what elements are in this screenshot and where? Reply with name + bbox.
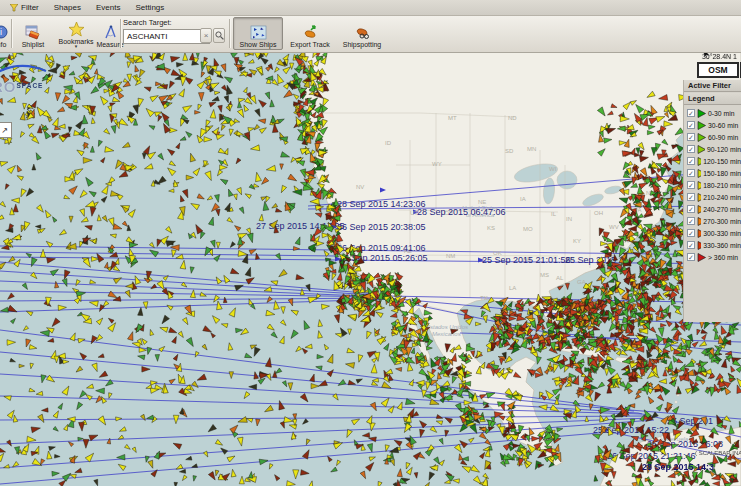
legend-item[interactable]: ✓0-30 min (684, 107, 741, 119)
island-dot (667, 367, 670, 370)
legend-checkbox[interactable]: ✓ (687, 217, 695, 225)
geo-label: VA (621, 238, 629, 244)
island (646, 362, 653, 365)
track-timestamp: 27 Sep 2015 14:17:05 (256, 221, 345, 231)
island-dot (671, 373, 674, 376)
legend-item-label: > 360 min (708, 254, 738, 261)
geo-label: PA (634, 207, 642, 213)
track-timestamp: 26 Sep 2015 21:21:46 (607, 451, 696, 461)
north-east-arrow-icon: ↗ (1, 126, 8, 135)
legend-item[interactable]: ✓240-270 min (684, 203, 741, 215)
legend-checkbox[interactable]: ✓ (687, 133, 695, 141)
legend-item[interactable]: ✓180-210 min (684, 179, 741, 191)
legend-item-label: 270-300 min (703, 218, 741, 225)
shipspotting-icon (354, 23, 371, 41)
info-button[interactable]: i Info (0, 17, 9, 50)
legend-checkbox[interactable]: ✓ (687, 121, 695, 129)
legend-item[interactable]: ✓150-180 min (684, 167, 741, 179)
search-group: Search Target: ASCHANTI × (123, 18, 210, 44)
legend-header: Legend (684, 93, 741, 105)
vessel-tracking-app: Filter Shapes Events Settings i Info Shi… (0, 0, 741, 486)
legend-checkbox[interactable]: ✓ (687, 145, 695, 153)
show-ships-button[interactable]: Show Ships (233, 17, 283, 50)
ship-age-triangle-icon (697, 241, 701, 250)
geo-label: MO (523, 226, 533, 232)
shiplist-icon (25, 23, 41, 41)
filter-icon (10, 4, 18, 12)
legend-checkbox[interactable]: ✓ (687, 241, 695, 249)
provider-logo: ROSPACE (0, 60, 50, 96)
menu-filter-label: Filter (21, 3, 39, 12)
shiplist-button[interactable]: Shiplist (13, 17, 53, 50)
search-target-label: Search Target: (123, 18, 210, 27)
geo-label: MS (540, 272, 549, 278)
legend-item[interactable]: ✓120-150 min (684, 155, 741, 167)
track-timestamp: 25 Sep 2015 05:26:05 (339, 253, 428, 263)
legend-item[interactable]: ✓30-60 min (684, 119, 741, 131)
menu-shapes[interactable]: Shapes (48, 1, 90, 14)
legend-item[interactable]: ✓210-240 min (684, 191, 741, 203)
legend-item[interactable]: ✓270-300 min (684, 215, 741, 227)
export-track-icon (302, 23, 319, 41)
legend-item-label: 90-120 min (707, 146, 741, 153)
legend-checkbox[interactable]: ✓ (687, 157, 695, 165)
great-lake (557, 171, 577, 189)
geo-label: LA (509, 285, 516, 291)
menu-filter[interactable]: Filter (4, 1, 48, 14)
search-submit-button[interactable] (213, 28, 225, 43)
geo-label: TX (480, 295, 488, 301)
toolbar-separator (11, 19, 12, 48)
track-timestamp: 26 Sep 2015 09:41:06 (337, 243, 426, 253)
legend-item[interactable]: ✓300-330 min (684, 227, 741, 239)
geo-label: WV (609, 224, 619, 230)
active-filter-header: Active Filter (684, 80, 741, 92)
track-timestamp: 25 Sep 2015 15:22 (593, 425, 669, 435)
menu-bar: Filter Shapes Events Settings (0, 0, 741, 16)
geo-label: MT (448, 115, 457, 121)
filter-legend-panel: Active Filter Legend ✓0-30 min✓30-60 min… (683, 80, 741, 322)
island-dot (675, 401, 678, 404)
legend-item-label: 240-270 min (703, 206, 741, 213)
legend-item[interactable]: ✓60-90 min (684, 131, 741, 143)
menu-events[interactable]: Events (90, 1, 129, 14)
export-track-button[interactable]: Export Track (287, 17, 333, 50)
island-dot (584, 331, 587, 334)
legend-checkbox[interactable]: ✓ (687, 181, 695, 189)
search-input[interactable]: ASCHANTI × (123, 29, 210, 44)
track-timestamp: 28 Sep 2015 06:47:06 (417, 207, 506, 217)
legend-checkbox[interactable]: ✓ (687, 109, 695, 117)
track-timestamp: 28 Sep 2015 14:23:06 (337, 199, 426, 209)
track-timestamp: 25 Sep 2015 1 (565, 255, 624, 265)
legend-checkbox[interactable]: ✓ (687, 253, 695, 261)
geo-label: NY (646, 190, 654, 196)
bookmarks-dropdown-icon[interactable]: ▾ (75, 45, 78, 48)
legend-checkbox[interactable]: ✓ (687, 169, 695, 177)
legend-item[interactable]: ✓90-120 min (684, 143, 741, 155)
legend-item[interactable]: ✓330-360 min (684, 239, 741, 251)
show-ships-icon (250, 23, 267, 41)
ship-age-triangle-icon (697, 109, 706, 118)
map-area[interactable]: United Statesof AmericaEstados UnidosMex… (0, 52, 741, 486)
track-timestamp: 26 Sep 2015 20:38:05 (337, 222, 426, 232)
osm-layer-button[interactable]: OSM (697, 62, 739, 78)
geo-label: NM (446, 253, 455, 259)
geo-label: NC (626, 256, 635, 262)
geo-label: NV (356, 184, 364, 190)
geo-label: MN (527, 146, 536, 152)
legend-checkbox[interactable]: ✓ (687, 193, 695, 201)
map-arrow-button[interactable]: ↗ (0, 122, 12, 138)
ship-age-triangle-icon (697, 169, 701, 178)
island-dot (577, 325, 580, 328)
search-value: ASCHANTI (127, 32, 167, 41)
menu-settings[interactable]: Settings (129, 1, 173, 14)
bookmarks-button[interactable]: Bookmarks ▾ (55, 17, 97, 50)
legend-checkbox[interactable]: ✓ (687, 229, 695, 237)
legend-item[interactable]: ✓> 360 min (684, 251, 741, 263)
toolbar-separator (120, 19, 121, 48)
legend-checkbox[interactable]: ✓ (687, 205, 695, 213)
island-dot (671, 407, 674, 410)
shipspotting-button[interactable]: Shipspotting (337, 17, 387, 50)
island-dot (662, 362, 665, 365)
search-clear-button[interactable]: × (200, 28, 212, 43)
map-svg[interactable]: United Statesof AmericaEstados UnidosMex… (0, 0, 741, 486)
